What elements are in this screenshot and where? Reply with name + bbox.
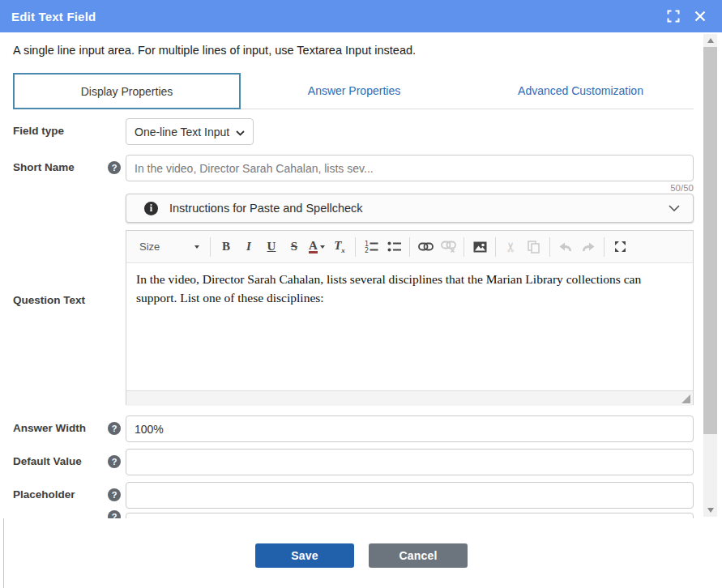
link-icon[interactable] — [417, 236, 434, 258]
image-icon[interactable] — [471, 236, 489, 258]
help-icon[interactable]: ? — [108, 455, 121, 468]
scrollbar-down-button[interactable] — [703, 504, 717, 517]
default-value-input[interactable] — [126, 449, 694, 475]
question-text-label: Question Text — [13, 294, 85, 307]
field-type-selected-value: One-line Text Input — [135, 126, 229, 138]
svg-text:2: 2 — [365, 247, 369, 253]
placeholder-label: Placeholder — [13, 488, 75, 501]
maximize-icon[interactable] — [611, 236, 629, 258]
dialog-body: A single line input area. For multiple l… — [0, 32, 722, 518]
font-size-dropdown[interactable]: Size — [131, 241, 206, 253]
cut-icon[interactable]: ✂ — [502, 236, 520, 258]
text-color-button[interactable]: A — [308, 236, 326, 258]
unlink-icon[interactable] — [439, 236, 457, 258]
field-type-label: Field type — [13, 125, 64, 138]
field-type-select[interactable]: One-line Text Input — [126, 118, 254, 145]
close-icon[interactable] — [694, 11, 706, 22]
default-value-label: Default Value — [13, 455, 82, 468]
scrollbar-thumb[interactable] — [703, 47, 717, 434]
fullscreen-icon[interactable] — [667, 10, 680, 23]
short-name-input[interactable] — [126, 155, 694, 181]
cancel-button[interactable]: Cancel — [369, 543, 468, 568]
accordion-label: Instructions for Paste and Spellcheck — [169, 202, 363, 215]
tab-label: Answer Properties — [308, 84, 400, 97]
tab-display-properties[interactable]: Display Properties — [13, 73, 241, 109]
chevron-down-icon — [320, 245, 325, 249]
editor-resize-handle[interactable] — [681, 394, 690, 403]
underline-button[interactable]: U — [263, 236, 280, 258]
chevron-down-icon — [194, 245, 199, 249]
chevron-down-icon — [669, 205, 680, 211]
chevron-down-icon — [236, 126, 245, 138]
question-text-editarea[interactable]: In the video, Director Sarah Cahalan, li… — [126, 263, 693, 390]
copy-icon[interactable] — [525, 236, 543, 258]
strikethrough-button[interactable]: S — [285, 236, 303, 258]
short-name-label: Short Name — [13, 161, 75, 174]
undo-icon[interactable] — [557, 236, 575, 258]
tab-advanced-customization[interactable]: Advanced Customization — [468, 73, 694, 109]
save-button[interactable]: Save — [255, 543, 354, 568]
dialog-title: Edit Text Field — [11, 10, 96, 23]
scrollbar-up-button[interactable] — [703, 34, 717, 47]
clipped-next-input[interactable] — [126, 513, 694, 518]
info-icon: i — [144, 202, 158, 215]
dialog-titlebar: Edit Text Field — [0, 0, 722, 32]
help-icon[interactable]: ? — [108, 488, 121, 501]
help-icon[interactable]: ? — [108, 422, 121, 435]
tab-answer-properties[interactable]: Answer Properties — [241, 73, 468, 109]
answer-width-label: Answer Width — [13, 422, 86, 435]
tab-label: Display Properties — [81, 85, 173, 98]
rich-text-editor: Size B I U S A Tx 1 2 — [126, 230, 694, 405]
help-icon[interactable]: ? — [108, 510, 121, 518]
answer-width-input[interactable] — [126, 415, 694, 442]
dialog-description: A single line input area. For multiple l… — [13, 44, 416, 57]
numbered-list-icon[interactable]: 1 2 — [362, 236, 380, 258]
editor-statusbar — [126, 390, 693, 406]
editor-toolbar: Size B I U S A Tx 1 2 — [126, 231, 693, 263]
italic-button[interactable]: I — [240, 236, 258, 258]
remove-format-button[interactable]: Tx — [331, 236, 348, 258]
help-icon[interactable]: ? — [108, 161, 121, 174]
instructions-accordion[interactable]: i Instructions for Paste and Spellcheck — [126, 194, 694, 223]
vertical-scrollbar[interactable] — [703, 34, 717, 517]
redo-icon[interactable] — [579, 236, 597, 258]
tab-label: Advanced Customization — [518, 84, 643, 97]
bold-button[interactable]: B — [217, 236, 235, 258]
char-counter: 50/50 — [531, 183, 694, 193]
bullet-list-icon[interactable] — [385, 236, 403, 258]
placeholder-input[interactable] — [126, 482, 694, 509]
